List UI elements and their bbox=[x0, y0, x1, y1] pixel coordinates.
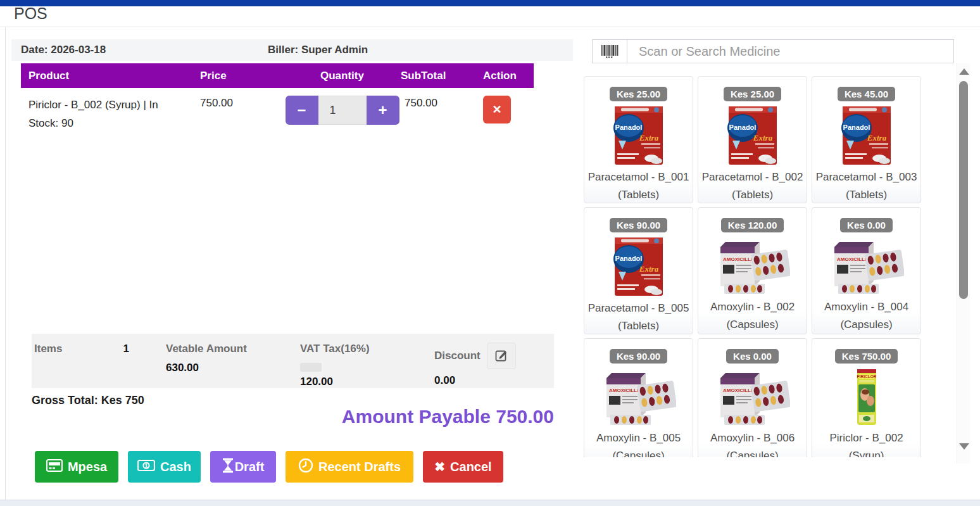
close-icon: ✖ bbox=[434, 459, 445, 474]
scroll-down-arrow-icon[interactable] bbox=[959, 443, 969, 450]
svg-text:Extra: Extra bbox=[866, 133, 886, 142]
recent-drafts-button[interactable]: Recent Drafts bbox=[286, 451, 413, 483]
product-image: Panadol Extra AMOXICILLIN bbox=[715, 367, 790, 427]
quantity-increase-button[interactable]: + bbox=[367, 96, 399, 125]
mpesa-button-label: Mpesa bbox=[68, 460, 107, 474]
product-card[interactable]: Kes 25.00 Panadol Extra bbox=[698, 76, 807, 203]
product-price-badge: Kes 0.00 bbox=[726, 349, 779, 364]
cart-table-row: Piriclor - B_002 (Syrup) | In Stock: 90 … bbox=[21, 88, 534, 132]
product-image: Panadol Extra AMOXICILLIN bbox=[829, 236, 904, 296]
svg-text:AMOXICILLIN: AMOXICILLIN bbox=[837, 256, 870, 262]
product-card[interactable]: Kes 90.00 Panadol Extra bbox=[584, 338, 693, 457]
edit-discount-button[interactable] bbox=[487, 343, 516, 369]
cash-button-label: Cash bbox=[160, 460, 191, 474]
product-card[interactable]: Kes 120.00 Panadol Extra bbox=[698, 207, 807, 334]
product-name: Piriclor - B_002 (Syrup) bbox=[812, 429, 920, 457]
amoxylin-box-image: AMOXICILLIN bbox=[715, 368, 790, 426]
cart-summary: Items 1 Vetable Amount 630.00 VAT Tax(16… bbox=[32, 334, 554, 388]
cancel-button[interactable]: ✖ Cancel bbox=[423, 451, 503, 483]
cart-item-price: 750.00 bbox=[200, 96, 284, 110]
summary-discount: Discount 0.00 bbox=[434, 343, 551, 388]
cart-item-action: ✕ bbox=[483, 96, 534, 123]
draft-button[interactable]: Draft bbox=[210, 451, 276, 483]
product-scrollbar[interactable] bbox=[957, 63, 970, 464]
product-name: Paracetamol - B_003 (Tablets) bbox=[812, 168, 920, 204]
scrollbar-thumb[interactable] bbox=[959, 81, 968, 299]
product-price-badge: Kes 120.00 bbox=[721, 218, 784, 232]
quantity-decrease-button[interactable]: − bbox=[286, 96, 318, 125]
product-price-badge: Kes 25.00 bbox=[724, 87, 781, 101]
panadol-box-image: Panadol Extra bbox=[840, 105, 893, 166]
divider bbox=[0, 27, 980, 27]
money-bill-icon: 1 bbox=[137, 459, 155, 475]
product-price-badge: Kes 750.00 bbox=[835, 349, 898, 364]
product-name: Paracetamol - B_005 (Tablets) bbox=[584, 300, 693, 335]
pos-app: POS Date: 2026-03-18 Biller: Super Admin… bbox=[0, 0, 980, 500]
top-accent-bar bbox=[0, 0, 980, 6]
panadol-box-image: Panadol Extra bbox=[612, 236, 665, 297]
column-product: Product bbox=[21, 70, 200, 82]
product-name: Amoxylin - B_002 (Capsules) bbox=[698, 298, 807, 334]
draft-button-label: Draft bbox=[235, 460, 265, 474]
panadol-box-image: Panadol Extra bbox=[612, 105, 665, 166]
svg-text:1: 1 bbox=[145, 462, 148, 469]
cart-item-subtotal: 750.00 bbox=[401, 96, 483, 110]
product-card[interactable]: Kes 750.00 Panadol Extra bbox=[812, 338, 921, 457]
hourglass-icon bbox=[222, 458, 234, 476]
svg-text:Extra: Extra bbox=[638, 264, 658, 274]
mpesa-button[interactable]: Mpesa bbox=[35, 451, 118, 483]
product-card[interactable]: Kes 0.00 Panadol Extra bbox=[812, 207, 921, 334]
product-grid: Kes 25.00 Panadol Extra bbox=[584, 76, 926, 457]
column-quantity: Quantity bbox=[284, 70, 401, 82]
product-name: Amoxylin - B_006 (Capsules) bbox=[698, 429, 807, 457]
product-image: Panadol Extra AMOXICILLIN bbox=[612, 236, 665, 297]
cart-date: Date: 2026-03-18 bbox=[21, 44, 268, 56]
quantity-input[interactable] bbox=[318, 96, 367, 125]
summary-items: Items 1 bbox=[32, 343, 166, 388]
amount-payable: Amount Payable 750.00 bbox=[0, 406, 554, 427]
recent-drafts-button-label: Recent Drafts bbox=[318, 460, 401, 474]
product-price-badge: Kes 25.00 bbox=[610, 87, 667, 101]
product-grid-viewport: Kes 25.00 Panadol Extra bbox=[584, 76, 926, 457]
product-card[interactable]: Kes 45.00 Panadol Extra bbox=[812, 76, 921, 203]
vetable-amount-value: 630.00 bbox=[166, 362, 300, 374]
medicine-search-input[interactable] bbox=[627, 39, 954, 63]
summary-vetable: Vetable Amount 630.00 bbox=[166, 343, 300, 388]
quantity-stepper: − + bbox=[284, 96, 401, 125]
product-name: Amoxylin - B_005 (Capsules) bbox=[584, 429, 693, 457]
summary-vat: VAT Tax(16%) 120.00 bbox=[300, 343, 434, 388]
product-card[interactable]: Kes 25.00 Panadol Extra bbox=[584, 76, 693, 203]
product-name: Amoxylin - B_004 (Capsules) bbox=[812, 298, 920, 334]
cart-meta-bar: Date: 2026-03-18 Biller: Super Admin bbox=[11, 39, 573, 61]
vat-tax-label: VAT Tax(16%) bbox=[300, 343, 434, 355]
discount-label: Discount bbox=[434, 350, 481, 362]
product-image: Panadol Extra AMOXICILLIN bbox=[726, 105, 779, 166]
cart-table-header: Product Price Quantity SubTotal Action bbox=[21, 63, 534, 88]
svg-text:Extra: Extra bbox=[752, 133, 772, 142]
page-title: POS bbox=[14, 4, 47, 23]
svg-text:AMOXICILLIN: AMOXICILLIN bbox=[723, 256, 756, 262]
vat-tax-value: 120.00 bbox=[300, 376, 434, 388]
svg-text:Panadol: Panadol bbox=[615, 123, 642, 131]
amoxylin-box-image: AMOXICILLIN bbox=[715, 237, 790, 295]
column-price: Price bbox=[200, 70, 284, 82]
scroll-up-arrow-icon[interactable] bbox=[959, 68, 969, 75]
payment-actions: Mpesa 1 Cash Draft Recent Drafts ✖ Cance… bbox=[35, 451, 503, 483]
product-image: Panadol Extra AMOXICILLIN bbox=[715, 236, 790, 296]
remove-item-button[interactable]: ✕ bbox=[483, 96, 511, 123]
product-card[interactable]: Kes 0.00 Panadol Extra bbox=[698, 338, 807, 457]
cash-button[interactable]: 1 Cash bbox=[128, 451, 201, 483]
piriclor-bottle-image: PIRICLOR bbox=[852, 368, 881, 426]
discount-value: 0.00 bbox=[434, 374, 551, 387]
clock-icon bbox=[298, 458, 313, 476]
svg-text:AMOXICILLIN: AMOXICILLIN bbox=[609, 388, 642, 393]
svg-text:Panadol: Panadol bbox=[615, 255, 642, 262]
card-icon bbox=[46, 459, 63, 476]
product-card[interactable]: Kes 90.00 Panadol Extra bbox=[584, 207, 693, 334]
panadol-box-image: Panadol Extra bbox=[726, 105, 779, 166]
product-price-badge: Kes 90.00 bbox=[610, 218, 667, 232]
cancel-button-label: Cancel bbox=[450, 460, 492, 474]
items-value: 1 bbox=[123, 343, 129, 388]
items-label: Items bbox=[34, 343, 62, 388]
amoxylin-box-image: AMOXICILLIN bbox=[829, 237, 904, 295]
